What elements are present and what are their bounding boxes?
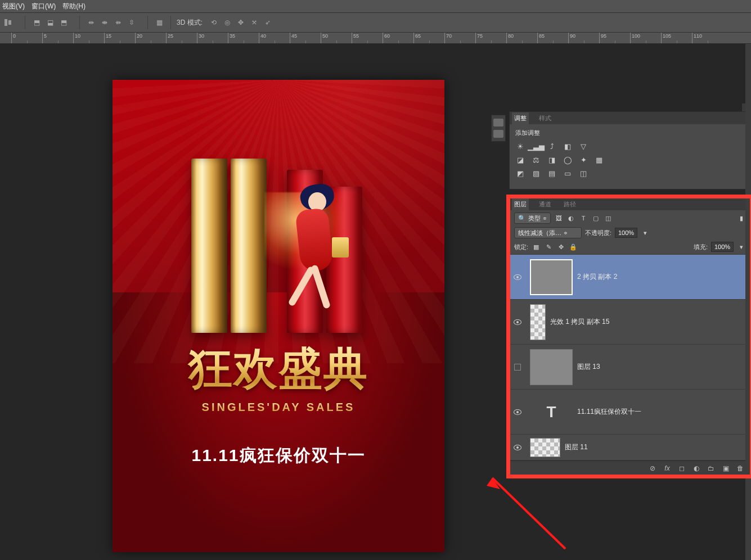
collapsed-panel-strip[interactable]	[491, 115, 506, 142]
opacity-input[interactable]: 100%	[615, 228, 637, 238]
distribute-v-icon[interactable]: ⇳	[126, 17, 137, 28]
layer-name[interactable]: 2 拷贝 副本 2	[577, 272, 617, 282]
threshold-icon[interactable]: ▤	[547, 169, 557, 178]
gradient-map-icon[interactable]: ▭	[563, 169, 573, 178]
filter-toggle-icon[interactable]: ▮	[737, 214, 746, 223]
3d-orbit-icon[interactable]: ⟲	[208, 17, 219, 28]
layers-tabbar: 图层 通道 路径	[510, 198, 750, 210]
headline-english: SINGLES'DAY SALES	[113, 401, 444, 414]
ruler-tick: 30	[197, 33, 228, 43]
lock-position-icon[interactable]: ✥	[556, 242, 565, 251]
svg-rect-0	[5, 19, 7, 26]
3d-pan-icon[interactable]: ✥	[235, 17, 246, 28]
layer-visibility-toggle[interactable]	[510, 409, 525, 415]
collapsed-panel-icon[interactable]	[493, 130, 503, 138]
layer-row[interactable]: T11.11疯狂保价双十一	[510, 390, 750, 435]
layer-mask-icon[interactable]: ◻	[677, 464, 686, 473]
layer-thumbnail[interactable]: T	[530, 394, 573, 430]
adjustments-title: 添加调整	[515, 129, 745, 137]
levels-icon[interactable]: ▁▃▅	[531, 142, 541, 151]
layer-name[interactable]: 图层 13	[577, 362, 600, 372]
tab-paths[interactable]: 路径	[561, 198, 578, 210]
group-icon[interactable]: 🗀	[707, 464, 716, 473]
layer-name[interactable]: 11.11疯狂保价双十一	[577, 407, 641, 417]
layer-visibility-toggle[interactable]	[510, 445, 525, 450]
layer-thumbnail[interactable]	[530, 259, 573, 295]
3d-roll-icon[interactable]: ◎	[222, 17, 233, 28]
fill-label: 填充:	[694, 243, 708, 251]
hue-sat-icon[interactable]: ◪	[515, 155, 525, 164]
curves-icon[interactable]: ⤴	[547, 142, 557, 151]
tab-layers[interactable]: 图层	[512, 198, 529, 210]
align-layers-icon[interactable]	[3, 17, 15, 28]
separator	[79, 16, 80, 29]
fill-input[interactable]: 100%	[711, 242, 734, 252]
3d-zoom-icon[interactable]: ➶	[262, 17, 273, 28]
layers-list: 2 拷贝 副本 2光效 1 拷贝 副本 15图层 13T11.11疯狂保价双十一…	[510, 255, 750, 460]
align-vcenter-icon[interactable]: ⬓	[44, 17, 56, 28]
collapsed-panel-icon[interactable]	[493, 119, 503, 127]
lock-transparency-icon[interactable]: ▩	[532, 242, 541, 251]
selective-color-icon[interactable]: ◫	[578, 169, 588, 178]
layer-fx-icon[interactable]: fx	[663, 464, 672, 473]
layer-filter-kind-select[interactable]: 🔍类型≑	[514, 213, 551, 224]
ruler-tick: 15	[104, 33, 135, 43]
brightness-contrast-icon[interactable]: ☀	[515, 142, 525, 151]
layer-row[interactable]: 图层 13	[510, 345, 750, 390]
delete-layer-icon[interactable]: 🗑	[736, 464, 745, 473]
tab-adjustments[interactable]: 调整	[512, 112, 529, 124]
layer-visibility-toggle[interactable]	[510, 364, 525, 371]
photo-filter-icon[interactable]: ◯	[563, 155, 573, 164]
menu-window[interactable]: 窗口(W)	[32, 2, 56, 11]
layer-thumbnail[interactable]	[530, 349, 573, 385]
filter-adjust-icon[interactable]: ◐	[566, 214, 575, 223]
layer-visibility-toggle[interactable]	[510, 274, 525, 280]
filter-smart-icon[interactable]: ◫	[604, 214, 613, 223]
layer-name[interactable]: 光效 1 拷贝 副本 15	[550, 317, 609, 327]
distribute-h-icon[interactable]: ⇹	[86, 17, 97, 28]
ruler-tick: 95	[599, 33, 630, 43]
filter-shape-icon[interactable]: ▢	[591, 214, 600, 223]
fill-dropdown-icon[interactable]: ▾	[737, 242, 746, 251]
distribute-h2-icon[interactable]: ⇼	[99, 17, 110, 28]
color-balance-icon[interactable]: ⚖	[531, 155, 541, 164]
lock-pixels-icon[interactable]: ✎	[544, 242, 553, 251]
auto-align-icon[interactable]: ▦	[154, 17, 165, 28]
layer-thumbnail[interactable]	[530, 304, 546, 340]
eye-icon	[514, 319, 521, 325]
eye-icon	[514, 274, 521, 280]
channel-mixer-icon[interactable]: ✦	[578, 155, 588, 164]
opacity-dropdown-icon[interactable]: ▾	[641, 228, 650, 237]
right-scrollbar[interactable]	[745, 44, 751, 560]
layer-row[interactable]: 2 拷贝 副本 2	[510, 255, 750, 300]
color-lookup-icon[interactable]: ▦	[594, 155, 604, 164]
distribute-h3-icon[interactable]: ⇻	[113, 17, 124, 28]
filter-pixel-icon[interactable]: 🖼	[554, 214, 563, 223]
link-layers-icon[interactable]: ⊘	[648, 464, 657, 473]
blend-mode-select[interactable]: 线性减淡（添…≑	[514, 227, 582, 238]
new-layer-icon[interactable]: ▣	[721, 464, 730, 473]
exposure-icon[interactable]: ◧	[563, 142, 573, 151]
menu-help[interactable]: 帮助(H)	[62, 2, 86, 11]
3d-slide-icon[interactable]: ⤧	[249, 17, 260, 28]
layer-row[interactable]: 图层 11	[510, 435, 750, 460]
filter-type-icon[interactable]: T	[579, 214, 588, 223]
layer-name[interactable]: 图层 11	[565, 442, 588, 452]
layer-visibility-toggle[interactable]	[510, 319, 525, 325]
lock-all-icon[interactable]: 🔒	[569, 242, 578, 251]
bw-icon[interactable]: ◨	[547, 155, 557, 164]
menu-view[interactable]: 视图(V)	[2, 2, 25, 11]
align-top-icon[interactable]: ⬒	[31, 17, 42, 28]
tab-channels[interactable]: 通道	[537, 198, 554, 210]
layer-row[interactable]: 光效 1 拷贝 副本 15	[510, 300, 750, 345]
svg-line-2	[492, 478, 565, 549]
layer-thumbnail[interactable]	[530, 438, 560, 457]
invert-icon[interactable]: ◩	[515, 169, 525, 178]
posterize-icon[interactable]: ▨	[531, 169, 541, 178]
document-canvas[interactable]: 狂欢盛典 SINGLES'DAY SALES 11.11疯狂保价双十一	[113, 80, 444, 552]
ruler-tick: 90	[568, 33, 599, 43]
fill-adjust-icon[interactable]: ◐	[692, 464, 701, 473]
align-bottom-icon[interactable]: ⬒	[58, 17, 69, 28]
vibrance-icon[interactable]: ▽	[578, 142, 588, 151]
tab-styles[interactable]: 样式	[537, 112, 554, 124]
